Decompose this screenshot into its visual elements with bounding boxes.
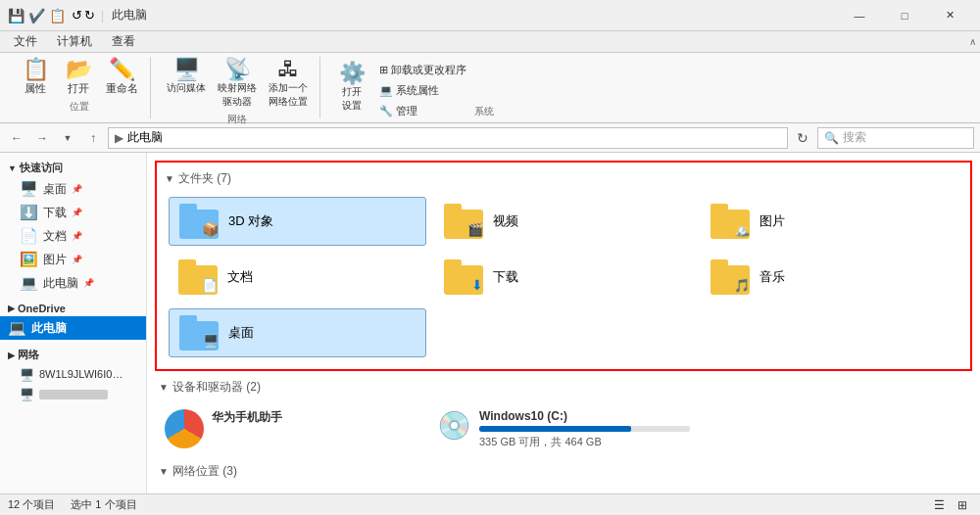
sidebar-item-pictures[interactable]: 🖼️ 图片 📌 — [0, 248, 146, 271]
settings-icon: ⚙️ — [339, 63, 366, 84]
folder-documents[interactable]: 📄 文档 — [169, 254, 426, 301]
rename-icon: ✏️ — [109, 59, 135, 80]
view-detail-button[interactable]: ☰ — [929, 496, 949, 514]
group-location-label: 位置 — [70, 100, 89, 114]
thispc-header[interactable]: 💻 此电脑 — [0, 316, 146, 340]
sidebar-item-desktop[interactable]: 🖥️ 桌面 📌 — [0, 177, 146, 201]
folder-music[interactable]: 🎵 音乐 — [701, 254, 958, 301]
properties-icon: 📋 — [23, 59, 49, 80]
device-grid: 华为手机助手 💿 Windows10 (C:) 335 GB 可用，共 464 … — [151, 399, 976, 459]
search-icon: 🔍 — [824, 131, 839, 145]
device-huawei[interactable]: 华为手机助手 — [159, 403, 423, 455]
open-button[interactable]: 📂 打开 — [59, 57, 98, 98]
undo-btn[interactable]: ↺ — [72, 8, 82, 23]
down-arrow-button[interactable]: ▼ — [57, 127, 78, 149]
redo-btn[interactable]: ↻ — [84, 8, 95, 23]
access-media-button[interactable]: 🖥️ 访问媒体 — [163, 57, 210, 111]
folder-downloads[interactable]: ⬇ 下载 — [434, 254, 692, 301]
group-network-label: 网络 — [227, 113, 247, 126]
sidebar-item-network-8w[interactable]: 🖥️ 8W1L9JLWI6I02C（ — [0, 364, 146, 385]
up-button[interactable]: ↑ — [82, 127, 104, 149]
file-area: ▼ 文件夹 (7) 📦 3D 对象 — [147, 153, 980, 493]
ribbon-group-location: 📋 属性 📂 打开 ✏️ 重命名 位置 — [8, 57, 151, 118]
view-grid-button[interactable]: ⊞ — [953, 496, 972, 514]
qat-separator: | — [101, 9, 104, 23]
close-button[interactable]: ✕ — [927, 0, 972, 31]
devices-section-header[interactable]: ▼ 设备和驱动器 (2) — [151, 375, 976, 399]
quick-access-icon-3: 📋 — [49, 8, 66, 23]
open-settings-button[interactable]: ⚙️ 打开 设置 — [332, 61, 371, 115]
maximize-button[interactable]: □ — [882, 0, 927, 31]
onedrive-header[interactable]: ▶ OneDrive — [0, 299, 146, 316]
quick-access-header[interactable]: ▼ 快速访问 — [0, 157, 146, 177]
add-location-button[interactable]: 🖧 添加一个 网络位置 — [265, 57, 312, 111]
minimize-button[interactable]: — — [837, 0, 882, 31]
menu-file[interactable]: 文件 — [4, 31, 47, 52]
system-props-icon: 💻 — [379, 84, 393, 97]
network-grid: ❌ 💽 nas2 (\\192.168.50.189) (A:) NTFS 💽 … — [151, 484, 976, 493]
uninstall-icon: ⊞ — [379, 64, 388, 76]
window-title: 此电脑 — [112, 7, 837, 23]
manage-button[interactable]: 🔧 管理 — [375, 102, 470, 120]
ribbon-group-system: ⚙️ 打开 设置 ⊞ 卸载或更改程序 💻 系统属性 🔧 管理 系统 — [324, 57, 502, 118]
properties-button[interactable]: 📋 属性 — [16, 57, 55, 98]
group-system-label: 系统 — [474, 105, 494, 118]
main-content: ▼ 快速访问 🖥️ 桌面 📌 ⬇️ 下载 📌 📄 文档 📌 🖼️ 图片 — [0, 153, 980, 493]
windows-drive-icon: 💿 — [437, 409, 471, 442]
add-location-icon: 🖧 — [277, 59, 299, 80]
folder-videos[interactable]: 🎬 视频 — [434, 197, 692, 246]
ribbon-group-network: 🖥️ 访问媒体 📡 映射网络 驱动器 🖧 添加一个 网络位置 网络 — [155, 57, 320, 118]
title-bar: 💾 ✔️ 📋 ↺ ↻ | 此电脑 — □ ✕ — [0, 0, 980, 31]
network-header[interactable]: ▶ 网络 — [0, 344, 146, 364]
selected-count: 选中 1 个项目 — [71, 497, 136, 512]
menu-computer[interactable]: 计算机 — [47, 31, 102, 52]
device-windows-c[interactable]: 💿 Windows10 (C:) 335 GB 可用，共 464 GB — [431, 403, 696, 455]
menu-view[interactable]: 查看 — [102, 31, 145, 52]
item-count: 12 个项目 — [8, 497, 55, 512]
forward-button[interactable]: → — [31, 127, 53, 149]
window: 💾 ✔️ 📋 ↺ ↻ | 此电脑 — □ ✕ 文件 计算机 查看 ∧ 📋 — [0, 0, 980, 515]
folders-section-header[interactable]: ▼ 文件夹 (7) — [165, 170, 962, 193]
status-bar: 12 个项目 选中 1 个项目 ☰ ⊞ — [0, 493, 980, 515]
address-bar: ← → ▼ ↑ ▶ 此电脑 ↻ 🔍 搜索 — [0, 123, 980, 153]
highlight-box: ▼ 文件夹 (7) 📦 3D 对象 — [155, 161, 972, 371]
network-section-header[interactable]: ▼ 网络位置 (3) — [151, 459, 976, 484]
quick-access-icon-1: 💾 — [8, 8, 24, 23]
uninstall-button[interactable]: ⊞ 卸载或更改程序 — [375, 61, 470, 79]
ribbon-collapse-btn[interactable]: ∧ — [969, 36, 976, 47]
sidebar-item-thispc-quick[interactable]: 💻 此电脑 📌 — [0, 271, 146, 295]
ribbon: 📋 属性 📂 打开 ✏️ 重命名 位置 🖥️ 访问媒体 — [0, 53, 980, 123]
folder-grid: 📦 3D 对象 🎬 视频 — [165, 193, 962, 361]
sidebar-item-network-other[interactable]: 🖥️ — [0, 385, 146, 404]
menu-bar: 文件 计算机 查看 ∧ — [0, 31, 980, 53]
map-network-button[interactable]: 📡 映射网络 驱动器 — [214, 57, 261, 111]
refresh-button[interactable]: ↻ — [792, 127, 813, 149]
map-network-icon: 📡 — [224, 59, 251, 80]
huawei-icon — [165, 409, 204, 448]
folder-pictures[interactable]: 🏔️ 图片 — [701, 197, 958, 246]
address-input[interactable]: ▶ 此电脑 — [108, 127, 788, 149]
system-props-button[interactable]: 💻 系统属性 — [375, 81, 470, 100]
folder-desktop[interactable]: 🖥️ 桌面 — [169, 308, 426, 357]
manage-icon: 🔧 — [379, 105, 393, 117]
window-controls: — □ ✕ — [837, 0, 972, 31]
sidebar-item-documents[interactable]: 📄 文档 📌 — [0, 224, 146, 248]
folder-3d-objects[interactable]: 📦 3D 对象 — [169, 197, 426, 246]
access-media-icon: 🖥️ — [173, 59, 200, 80]
sidebar-item-downloads[interactable]: ⬇️ 下载 📌 — [0, 201, 146, 224]
rename-button[interactable]: ✏️ 重命名 — [102, 57, 142, 98]
open-icon: 📂 — [66, 59, 92, 80]
quick-access-icon-2: ✔️ — [28, 8, 45, 23]
search-box[interactable]: 🔍 搜索 — [817, 127, 974, 149]
sidebar: ▼ 快速访问 🖥️ 桌面 📌 ⬇️ 下载 📌 📄 文档 📌 🖼️ 图片 — [0, 153, 147, 493]
back-button[interactable]: ← — [6, 127, 27, 149]
